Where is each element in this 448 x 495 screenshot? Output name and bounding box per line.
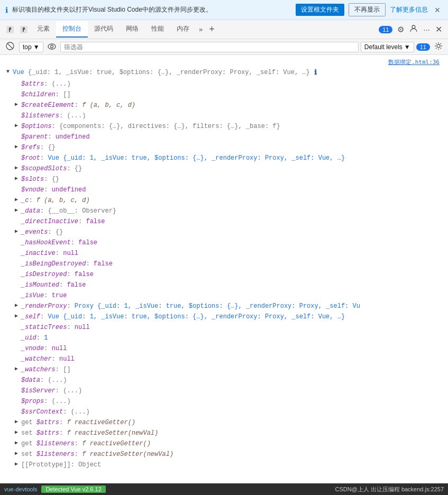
toggle-arrow[interactable] (15, 439, 21, 447)
toggle-arrow[interactable] (15, 428, 21, 436)
toggle-arrow[interactable] (15, 100, 21, 108)
list-item: _hasHookEvent: false (4, 237, 444, 248)
context-selector[interactable]: top ▼ (19, 42, 43, 52)
tab-performance[interactable]: 性能 (145, 21, 170, 38)
toggle-arrow[interactable] (15, 312, 21, 320)
vue-devtools-label: vue-devtools (4, 486, 37, 492)
toggle-arrow[interactable] (15, 365, 21, 373)
list-item[interactable]: get $listeners: f reactiveGetter() (4, 438, 444, 449)
devtools-tab-bar: 元素 控制台 源代码 网络 性能 内存 » + 11 ⚙ ··· ✕ (0, 20, 448, 39)
tree-item-text: _watchers: [] (21, 365, 71, 374)
tree-item-text: $scopedSlots: {} (21, 164, 82, 173)
list-item[interactable]: $options: {components: {…}, directives: … (4, 121, 444, 132)
toggle-arrow[interactable] (15, 227, 21, 235)
console-tree: Vue {_uid: 1, _isVue: true, $options: {…… (0, 67, 448, 470)
toggle-arrow[interactable] (15, 164, 21, 172)
set-root-folder-button[interactable]: 设置根文件夹 (296, 4, 344, 16)
tree-item-text: [[Prototype]]: Object (21, 460, 101, 470)
levels-label: Default levels (364, 43, 403, 51)
list-item: $parent: undefined (4, 132, 444, 142)
list-item[interactable]: [[Prototype]]: Object (4, 460, 444, 470)
more-tabs-button[interactable]: » (196, 23, 206, 35)
list-item: _isMounted: false (4, 280, 444, 290)
list-item[interactable]: _self: Vue {_uid: 1, _isVue: true, $opti… (4, 311, 444, 322)
toggle-arrow[interactable] (15, 418, 21, 426)
tab-memory[interactable]: 内存 (170, 21, 196, 38)
add-tab-button[interactable]: + (206, 22, 218, 37)
list-item[interactable]: $refs: {} (4, 142, 444, 153)
eye-button[interactable] (45, 42, 58, 52)
list-item: $isServer: (...) (4, 386, 444, 396)
tree-root-line[interactable]: Vue {_uid: 1, _isVue: true, $options: {…… (4, 67, 444, 79)
list-item[interactable]: set $attrs: f reactiveSetter(newVal) (4, 428, 444, 438)
dismiss-button[interactable]: 不再显示 (349, 3, 386, 16)
toggle-arrow[interactable] (15, 122, 21, 130)
close-infobar-button[interactable]: ✕ (432, 6, 443, 14)
svg-point-7 (437, 44, 440, 48)
tree-item-text: _data: {__ob__: Observer} (21, 206, 116, 216)
list-item[interactable]: _c: f (a, b, c, d) (4, 195, 444, 206)
log-levels-selector[interactable]: Default levels ▼ (361, 42, 414, 52)
list-item[interactable]: _renderProxy: Proxy {_uid: 1, _isVue: tr… (4, 301, 444, 311)
close-devtools-button[interactable]: ✕ (433, 22, 445, 36)
forward-button[interactable] (17, 24, 31, 35)
list-item[interactable]: _watchers: [] (4, 364, 444, 375)
toggle-arrow[interactable] (15, 460, 21, 468)
list-item: $ssrContext: (...) (4, 407, 444, 417)
tree-item-text: $children: [] (21, 90, 71, 99)
tab-sources[interactable]: 源代码 (88, 21, 120, 38)
more-options-button[interactable]: ··· (420, 23, 433, 36)
tree-item-text: _directInactive: false (21, 217, 105, 226)
toggle-arrow[interactable] (15, 301, 21, 309)
list-item: _vnode: null (4, 343, 444, 354)
back-button[interactable] (3, 24, 17, 35)
tree-item-text: $createElement: f (a, b, c, d) (21, 100, 135, 110)
toggle-arrow[interactable] (15, 143, 21, 151)
user-button[interactable] (407, 22, 420, 36)
tree-item-text: $refs: {} (21, 143, 56, 152)
tree-item-text: _isBeingDestroyed: false (21, 259, 113, 269)
console-settings-button[interactable] (432, 41, 445, 53)
source-link[interactable]: 数据绑定.html:36 (388, 58, 440, 66)
tree-item-text: _vnode: null (21, 344, 67, 353)
root-toggle-arrow[interactable] (6, 68, 13, 76)
learn-more-button[interactable]: 了解更多信息 (390, 5, 428, 14)
list-item: $vnode: undefined (4, 185, 444, 195)
list-item[interactable]: _events: {} (4, 227, 444, 237)
list-item[interactable]: $scopedSlots: {} (4, 163, 444, 174)
toggle-arrow[interactable] (15, 206, 21, 214)
source-link-row: 数据绑定.html:36 (0, 57, 448, 67)
tree-item-text: _self: Vue {_uid: 1, _isVue: true, $opti… (21, 312, 345, 322)
tree-item-text: _uid: 1 (21, 333, 48, 343)
list-item[interactable]: _data: {__ob__: Observer} (4, 206, 444, 216)
list-item[interactable]: get $attrs: f reactiveGetter() (4, 417, 444, 428)
toggle-arrow[interactable] (15, 175, 21, 182)
tree-item-text: $options: {components: {…}, directives: … (21, 122, 280, 131)
list-item: $attrs: (...) (4, 79, 444, 89)
context-label: top (23, 43, 32, 51)
root-class-name: Vue (13, 68, 28, 77)
settings-button[interactable]: ⚙ (395, 23, 407, 36)
tree-item-text: get $listeners: f reactiveGetter() (21, 439, 151, 448)
toggle-arrow[interactable] (15, 196, 21, 204)
list-item: _isVue: true (4, 290, 444, 301)
tab-console[interactable]: 控制台 (56, 21, 88, 38)
tree-item-text: _staticTrees: null (21, 323, 90, 332)
root-info-icon[interactable]: ℹ (310, 68, 317, 78)
clear-console-button[interactable] (3, 40, 17, 53)
list-item[interactable]: $slots: {} (4, 174, 444, 185)
list-item: $data: (...) (4, 375, 444, 386)
list-item[interactable]: set $listeners: f reactiveSetter(newVal) (4, 449, 444, 460)
status-right-text: CSDN@上人 出让压编程 backend.js:2257 (335, 485, 444, 493)
info-bar: ℹ 标识项目的根文件夹以打开Visual Studio Code中的源文件并同步… (0, 0, 448, 20)
detected-vue-badge: Detected Vue v2.6.12 (41, 485, 105, 493)
tree-item-text: _isVue: true (21, 291, 67, 300)
filter-input[interactable] (60, 42, 359, 52)
info-text: 标识项目的根文件夹以打开Visual Studio Code中的源文件并同步更改… (12, 5, 291, 14)
toggle-arrow[interactable] (15, 450, 21, 457)
tree-item-text: _inactive: null (21, 249, 78, 258)
list-item: $root: Vue {_uid: 1, _isVue: true, $opti… (4, 153, 444, 163)
tab-elements[interactable]: 元素 (31, 21, 56, 38)
tab-network[interactable]: 网络 (120, 21, 145, 38)
list-item[interactable]: $createElement: f (a, b, c, d) (4, 100, 444, 111)
